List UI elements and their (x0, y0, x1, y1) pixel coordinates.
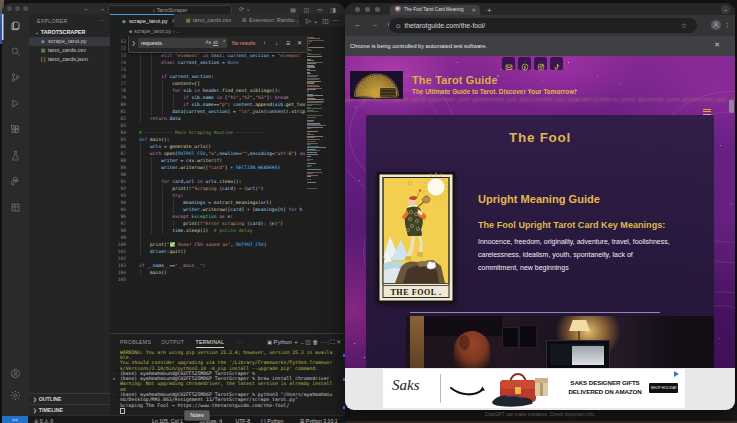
tab-Extension-Rainbo...[interactable]: ⊞Extension: Rainbo... (237, 14, 301, 27)
back-icon[interactable]: ← (354, 20, 362, 30)
find-in-selection-icon[interactable]: ☰ (286, 38, 290, 48)
bookmark-star-icon[interactable]: ☆ (681, 18, 687, 33)
browser-tab[interactable]: The Fool Tarot Card Meaning ✕ (390, 5, 480, 16)
testing-icon[interactable] (2, 144, 29, 170)
page-scrollbar-thumb[interactable] (729, 100, 734, 113)
code-line: print("✅ Done! CSV saved as", OUTPUT_CSV… (139, 241, 267, 248)
run-python-icon[interactable]: ▷ ⌄ (306, 17, 318, 24)
site-tagline: The Ultimate Guide to Tarot. Discover Yo… (412, 88, 576, 95)
minimize-button[interactable] (15, 6, 20, 11)
terminal-output[interactable]: WARNING: You are using pip version 21.2.… (112, 349, 343, 416)
status-item[interactable]: Ln 105, Col 1 (152, 418, 183, 423)
panel-more-icon[interactable]: ··· (320, 339, 326, 345)
line-number: 100 (110, 241, 126, 248)
editor-actions[interactable]: ▷ ⌄◫··· (306, 14, 343, 27)
shop-holiday-button[interactable]: SHOP HOLIDAY (649, 383, 678, 393)
problems-status[interactable]: ⊘ 0 ⚠ 0 (34, 418, 53, 423)
line-number: 105 (110, 276, 126, 283)
kill-terminal-icon[interactable]: 🗑 (312, 339, 318, 345)
site-logo[interactable] (350, 71, 403, 99)
terminal-shell-icon: ▣ (267, 339, 272, 345)
restart-kernel-icon[interactable]: ⟳ ⌄ (239, 5, 251, 12)
find-close-icon[interactable]: ✕ (297, 38, 302, 48)
breadcrumb[interactable]: ◆ scrape_tarot.py › ... (110, 27, 345, 36)
folder-tarotscraper[interactable]: ⌄TAROTSCRAPER (32, 28, 110, 37)
panel-actions[interactable]: ▣ Python ＋ ⌄ ◫ 🗑 ··· | ⛶ ✕ (267, 337, 341, 347)
panel-overflow-icon[interactable]: ··· (237, 337, 243, 347)
panel-tab-terminal[interactable]: TERMINAL (196, 337, 225, 348)
line-number: 92 (110, 185, 126, 192)
find-prev-icon[interactable]: ↑ (263, 38, 266, 48)
forward-icon[interactable]: → (98, 5, 106, 12)
extensions-icon[interactable] (2, 118, 29, 144)
more-actions-icon[interactable]: ··· (333, 17, 340, 24)
find-collapse-icon[interactable]: ❯ (130, 36, 137, 51)
timeline-section[interactable]: ❯TIMELINE (29, 404, 110, 415)
site-title[interactable]: The Tarot Guide (412, 74, 498, 86)
line-number: 76 (110, 73, 126, 80)
split-editor-icon[interactable]: ◫ (322, 17, 328, 24)
zoom-button[interactable] (375, 7, 380, 12)
code-editor[interactable]: 5372737475767778798081828384858687888990… (110, 36, 345, 333)
find-next-icon[interactable]: ↓ (275, 38, 278, 48)
address-bar[interactable]: ⛭thetarotguide.com/the-fool/ ☆ (389, 18, 697, 33)
notes-tooltip: Notes (184, 410, 210, 421)
code-line: def main(): (139, 136, 169, 143)
infobar-close-icon[interactable]: ✕ (714, 41, 720, 49)
close-panel-icon[interactable]: ✕ (336, 339, 341, 345)
python-icon[interactable] (2, 170, 29, 196)
status-item[interactable]: ⊞ Python 3.10.1 (300, 418, 338, 423)
new-tab-icon[interactable]: + (487, 6, 492, 15)
status-item[interactable]: { } Python (261, 418, 284, 423)
panel-tab-output[interactable]: OUTPUT (161, 337, 184, 347)
video-embed[interactable] (406, 316, 714, 368)
run-debug-icon[interactable] (2, 92, 29, 118)
tab-tarot_cards.csv[interactable]: ▦tarot_cards.csv (174, 14, 238, 27)
ad-creative[interactable]: Saks SAKS DESIGNER GIFTSDELIVERED ON AMA… (383, 369, 685, 408)
command-center[interactable]: ⌕ TarotScraper (108, 5, 232, 15)
status-item[interactable]: UTF-8 (235, 418, 250, 423)
email-icon[interactable] (502, 57, 515, 70)
line-number: 91 (110, 178, 126, 185)
tab-close-icon[interactable]: ✕ (471, 5, 476, 16)
layout-toggle-icons[interactable]: ▤ ◫ ▭ ◨ (290, 6, 339, 13)
profile-avatar-icon[interactable] (711, 20, 721, 30)
match-case-icon[interactable]: Aa (205, 38, 211, 48)
adchoices-icon[interactable] (674, 371, 679, 377)
instagram-icon[interactable] (534, 57, 547, 70)
facebook-icon[interactable] (518, 57, 531, 70)
forward-icon[interactable]: → (370, 20, 378, 30)
remote-indicator[interactable]: >< (2, 416, 28, 423)
maximize-panel-icon[interactable]: ⛶ (330, 339, 334, 345)
search-icon[interactable] (2, 40, 29, 66)
panel-tab-problems[interactable]: PROBLEMS (120, 337, 151, 347)
explorer-icon[interactable] (2, 14, 29, 40)
line-number: 89 (110, 164, 126, 171)
settings-icon[interactable] (2, 384, 29, 410)
zoom-button[interactable] (23, 6, 28, 11)
page-viewport: The Tarot Guide The Ultimate Guide to Ta… (345, 56, 735, 410)
file-item-tarot_cards.csv[interactable]: ▦tarot_cards.csv (29, 46, 110, 55)
minimap[interactable] (306, 36, 333, 333)
tiktok-icon[interactable] (550, 57, 563, 70)
source-control-icon[interactable] (2, 66, 29, 92)
menu-dots-icon[interactable]: ⋮ (724, 20, 730, 30)
tab-search-icon[interactable]: ⌄ (721, 5, 730, 14)
close-button[interactable] (355, 7, 360, 12)
chrome-tabstrip: The Fool Tarot Card Meaning ✕ + ⌄ (345, 3, 735, 15)
back-icon[interactable]: ← (83, 5, 91, 12)
explorer-more-icon[interactable]: ··· (98, 17, 104, 23)
outline-section[interactable]: ❯OUTLINE (29, 393, 110, 404)
table-icon[interactable] (2, 196, 29, 222)
site-settings-icon[interactable]: ⛭ (396, 23, 400, 29)
find-input[interactable]: requests. Aa ab .* (138, 38, 227, 48)
file-item-tarot_cards.json[interactable]: { }tarot_cards.json (29, 55, 110, 64)
whole-word-icon[interactable]: ab (213, 38, 218, 48)
regex-icon[interactable]: .* (222, 38, 225, 48)
tab-scrape_tarot.py[interactable]: ◆scrape_tarot.py✕ (110, 14, 175, 28)
file-item-scrape_tarot.py[interactable]: ◆scrape_tarot.py (29, 37, 110, 46)
close-button[interactable] (7, 6, 12, 11)
line-number: 96 (110, 213, 126, 220)
minimize-button[interactable] (365, 7, 370, 12)
split-terminal-icon[interactable]: ◫ (305, 339, 310, 345)
